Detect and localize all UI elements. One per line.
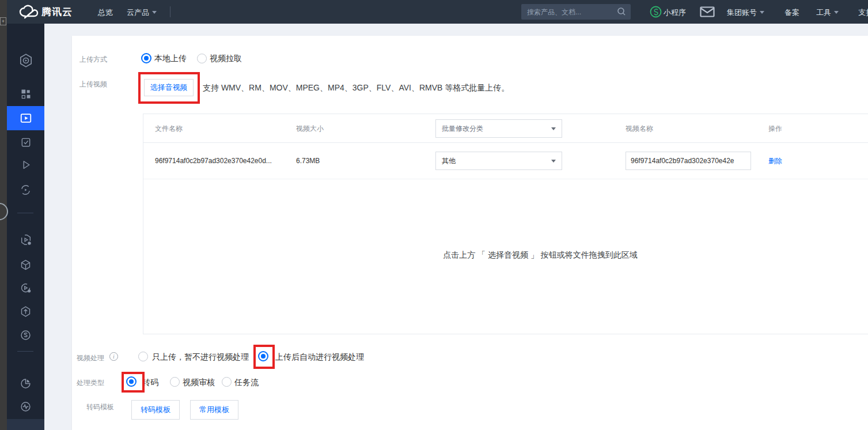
table-row: 96f9714af0c2b97ad302e370e42e0d... 6.73MB…: [143, 143, 868, 179]
sidebar-item-play-settings[interactable]: [7, 277, 44, 298]
delete-link[interactable]: 删除: [768, 143, 782, 179]
sidebar-divider: [17, 213, 33, 213]
s-circle-icon: [20, 329, 32, 341]
mini-program-icon[interactable]: [650, 6, 662, 18]
sidebar-item-vod-logo[interactable]: [7, 50, 44, 71]
nav-cloud-products[interactable]: 云产品: [127, 7, 157, 18]
row-category-select[interactable]: 其他: [435, 152, 562, 170]
play-triangle-icon: [20, 159, 32, 171]
sidebar-item-task-center[interactable]: [7, 419, 44, 430]
cube-arrows-icon: [20, 259, 32, 271]
radio-upload-only[interactable]: [138, 352, 148, 361]
desktop-edge-strip: +: [0, 0, 7, 430]
tencent-cloud-logo-icon[interactable]: [17, 4, 39, 20]
sidebar-item-play[interactable]: [7, 154, 44, 175]
video-name-input[interactable]: [626, 152, 751, 170]
sidebar-item-task-gear[interactable]: [7, 229, 44, 250]
header-size: 视频大小: [296, 114, 324, 143]
radio-local-upload-label[interactable]: 本地上传: [154, 54, 187, 64]
chevron-down-icon: [152, 11, 157, 14]
desktop-plus-artifact: +: [0, 17, 6, 25]
checkbox-icon: [20, 137, 32, 148]
brand-title[interactable]: 腾讯云: [41, 5, 73, 18]
top-navbar: 腾讯云 总览 云产品 小程序 2 集团账号 备案 工具 支持: [7, 0, 868, 24]
hexagon-play-gear-icon: [20, 233, 32, 246]
radio-auto-process-label[interactable]: 上传后自动进行视频处理: [275, 352, 364, 363]
cell-file-name: 96f9714af0c2b97ad302e370e42e0d...: [155, 143, 272, 179]
tencent-cloud-console: 腾讯云 总览 云产品 小程序 2 集团账号 备案 工具 支持: [0, 0, 868, 430]
circle-play-gear-icon: [20, 282, 32, 294]
sidebar-item-distribution[interactable]: [7, 301, 44, 322]
circular-process-icon: [20, 184, 32, 196]
transcode-template-label: 转码模板: [86, 402, 114, 412]
file-dropzone[interactable]: 点击上方 「 选择音视频 」 按钮或将文件拖拽到此区域: [143, 180, 868, 334]
video-processing-label: 视频处理: [77, 353, 104, 363]
grid-icon: [20, 88, 32, 100]
radio-auto-process[interactable]: [258, 351, 268, 361]
sidebar-item-overview[interactable]: [7, 84, 44, 104]
nav-overview[interactable]: 总览: [98, 7, 113, 18]
nav-beian[interactable]: 备案: [784, 7, 799, 18]
upload-method-label: 上传方式: [79, 55, 107, 65]
pie-chart-icon: [20, 378, 32, 390]
video-play-icon: [20, 112, 32, 125]
chevron-down-icon: [760, 11, 764, 14]
upload-video-label: 上传视频: [79, 80, 107, 89]
choose-media-button[interactable]: 选择音视频: [144, 79, 194, 96]
sidebar-item-cube[interactable]: [7, 254, 44, 275]
search-box[interactable]: [521, 4, 631, 20]
left-sidebar: [7, 24, 44, 430]
chevron-down-icon: [551, 160, 556, 163]
header-video-name: 视频名称: [626, 114, 653, 143]
nav-divider: [170, 6, 170, 17]
hexagon-upload-icon: [20, 305, 32, 318]
sidebar-divider: [17, 351, 33, 352]
sidebar-item-monitor[interactable]: [7, 396, 44, 417]
nav-group-account[interactable]: 集团账号: [727, 7, 764, 18]
info-icon[interactable]: i: [109, 352, 118, 361]
sidebar-item-stream[interactable]: [7, 325, 44, 345]
sidebar-item-review[interactable]: [7, 132, 44, 153]
chevron-down-icon: [551, 127, 556, 130]
format-hint-text: 支持 WMV、RM、MOV、MPEG、MP4、3GP、FLV、AVI、RMVB …: [203, 83, 509, 93]
pulse-circle-icon: [20, 401, 32, 413]
radio-video-pull-label[interactable]: 视频拉取: [210, 54, 242, 64]
radio-transcode[interactable]: [126, 376, 137, 387]
search-icon[interactable]: [617, 7, 626, 16]
header-file-name: 文件名称: [155, 114, 183, 143]
sidebar-item-statistics[interactable]: [7, 373, 44, 394]
cell-size: 6.73MB: [296, 143, 320, 179]
sidebar-item-media-upload-selected[interactable]: [7, 106, 44, 130]
radio-task-flow[interactable]: [222, 377, 232, 387]
sidebar-item-processing[interactable]: [7, 179, 44, 200]
processing-type-label: 处理类型: [77, 378, 104, 388]
radio-upload-only-label[interactable]: 只上传，暂不进行视频处理: [152, 352, 249, 363]
nav-tools[interactable]: 工具: [816, 7, 839, 18]
file-table: 文件名称 视频大小 批量修改分类 视频名称 操作 96f9714af0c2b97…: [143, 114, 868, 334]
dropzone-hint: 点击上方 「 选择音视频 」 按钮或将文件拖拽到此区域: [143, 250, 868, 261]
radio-video-review-label[interactable]: 视频审核: [183, 378, 215, 388]
common-template-button[interactable]: 常用模板: [190, 400, 238, 420]
chevron-down-icon: [834, 11, 839, 14]
radio-task-flow-label[interactable]: 任务流: [234, 378, 259, 388]
transcode-template-button[interactable]: 转码模板: [131, 400, 180, 420]
search-input[interactable]: [521, 4, 613, 20]
batch-category-select[interactable]: 批量修改分类: [435, 119, 562, 138]
nav-mini-program[interactable]: 小程序: [664, 7, 686, 18]
mail-icon[interactable]: 2: [700, 6, 715, 17]
vod-hexagon-icon: [18, 53, 33, 68]
header-action: 操作: [768, 114, 782, 143]
nav-support[interactable]: 支持: [858, 7, 868, 18]
floating-widget-partial: [0, 203, 8, 220]
radio-transcode-label[interactable]: 转码: [142, 378, 158, 388]
table-header-row: 文件名称 视频大小 批量修改分类 视频名称 操作: [143, 114, 868, 143]
radio-local-upload[interactable]: [141, 53, 151, 63]
radio-video-review[interactable]: [170, 377, 180, 387]
radio-video-pull[interactable]: [197, 54, 207, 63]
